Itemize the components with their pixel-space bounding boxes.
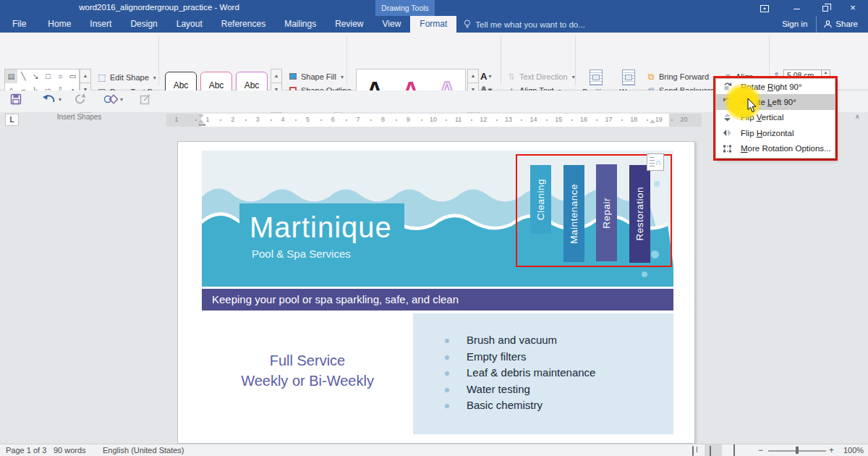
status-bar: Page 1 of 3 90 words English (United Sta… — [0, 444, 868, 456]
sign-in-button[interactable]: Sign in — [773, 16, 816, 33]
hruler-number: 11 — [453, 116, 464, 123]
rotate-left-icon — [723, 97, 732, 106]
redo-button — [75, 93, 86, 105]
service-bullet-item[interactable]: Brush and vacuum — [445, 332, 673, 349]
minimize-icon[interactable] — [786, 0, 807, 16]
hruler-number: 9 — [402, 116, 414, 123]
brand-subtitle[interactable]: Pool & Spa Services — [252, 248, 351, 260]
tell-me-label: Tell me what you want to do... — [475, 20, 585, 29]
tab-layout[interactable]: Layout — [167, 16, 212, 33]
tab-selector[interactable]: L — [5, 114, 19, 126]
more-rotation-options-icon — [723, 144, 732, 153]
tagline-band[interactable]: Keeping your pool or spa sparkling, safe… — [202, 289, 673, 311]
save-icon — [10, 93, 22, 105]
hruler-number: 18 — [628, 116, 639, 123]
group-label-insert-shapes: Insert Shapes — [0, 113, 158, 121]
right-indent-marker[interactable] — [650, 119, 655, 123]
service-heading[interactable]: Full Service Weekly or Bi-Weekly — [202, 350, 413, 391]
services-bullet-panel[interactable]: Brush and vacuumEmpty filtersLeaf & debr… — [413, 313, 673, 434]
shapes-dropdown-icon[interactable]: ▾ — [120, 96, 123, 103]
first-line-indent-marker[interactable] — [198, 114, 204, 118]
hanging-indent-marker[interactable] — [198, 119, 204, 123]
left-indent-marker[interactable] — [199, 124, 205, 127]
zoom-out-button[interactable]: − — [758, 445, 763, 455]
gallery-up-icon: ▲ — [80, 69, 91, 83]
hruler-number: 4 — [277, 116, 289, 123]
undo-dropdown-icon[interactable]: ▾ — [59, 96, 61, 103]
tab-design[interactable]: Design — [121, 16, 166, 33]
undo-button[interactable]: ▾ — [42, 93, 61, 105]
hruler-number: 14 — [528, 116, 540, 123]
save-button[interactable] — [10, 93, 22, 105]
bring-forward-button[interactable]: ⧉Bring Forward — [646, 70, 716, 83]
tab-format-active[interactable]: Format — [410, 16, 456, 33]
menu-item-flip-horizontal[interactable]: Flip Horizontal — [716, 125, 835, 140]
shape-gallery-icon[interactable]: ╲ — [17, 69, 30, 83]
tab-mailings[interactable]: Mailings — [275, 16, 326, 33]
zoom-in-button[interactable]: + — [829, 445, 834, 455]
document-page[interactable]: Martinique Pool & Spa Services Cleaning … — [177, 141, 695, 444]
share-button[interactable]: Share — [816, 16, 868, 33]
horizontal-ruler[interactable]: 1234567891011121314151617181920 1 — [166, 114, 702, 127]
text-fill-button[interactable]: A — [480, 69, 499, 83]
layout-options-button[interactable]: ∩ — [647, 153, 664, 171]
person-icon — [824, 20, 832, 28]
shape-fill-button[interactable]: Shape Fill — [288, 70, 344, 83]
tab-home[interactable]: Home — [38, 16, 80, 33]
collapse-ribbon-icon[interactable]: ∧ — [855, 113, 860, 120]
services-bullet-list: Brush and vacuumEmpty filtersLeaf & debr… — [413, 313, 673, 414]
shapes-button[interactable]: ▾ — [103, 93, 123, 105]
shape-gallery-icon[interactable]: ▤ — [5, 69, 17, 83]
menu-item-flip-vertical[interactable]: Flip Vertical — [716, 110, 835, 125]
hruler-number: 12 — [477, 116, 489, 123]
hruler-number: 5 — [302, 116, 314, 123]
print-layout-icon[interactable] — [708, 446, 718, 455]
hruler-number: 17 — [603, 116, 615, 123]
layout-options-icon: ∩ — [655, 155, 661, 169]
menu-item-rotate-left-90[interactable]: Rotate Left 90° — [716, 94, 835, 109]
tab-insert[interactable]: Insert — [80, 16, 121, 33]
zoom-slider-thumb[interactable] — [796, 447, 799, 454]
undo-icon — [42, 93, 56, 105]
tab-view[interactable]: View — [373, 16, 411, 33]
shape-gallery-icon[interactable]: □ — [42, 69, 54, 83]
shape-gallery-icon[interactable]: ○ — [54, 69, 67, 83]
edit-shape-button[interactable]: ⬚Edit Shape — [97, 71, 156, 84]
tab-review[interactable]: Review — [326, 16, 373, 33]
position-icon — [590, 69, 603, 85]
mouse-cursor — [747, 98, 757, 113]
edit-icon — [140, 93, 151, 105]
rotate-right-icon — [723, 82, 732, 91]
web-layout-icon[interactable] — [733, 446, 743, 455]
service-bullet-item[interactable]: Leaf & debris maintenance — [445, 365, 673, 381]
shape-gallery-icon[interactable]: ▭ — [67, 69, 79, 83]
ribbon-display-options-icon[interactable] — [754, 0, 775, 16]
drawing-tools-contextual-header: Drawing Tools — [375, 0, 435, 16]
page-indicator[interactable]: Page 1 of 3 — [6, 446, 46, 455]
rotate-dropdown-menu: Rotate Right 90° Rotate Left 90° Flip Ve… — [715, 78, 835, 159]
service-bullet-item[interactable]: Water testing — [445, 381, 673, 398]
service-bullet-item[interactable]: Empty filters — [445, 349, 673, 366]
service-bullet-item[interactable]: Basic chemistry — [445, 397, 673, 414]
menu-item-rotate-right-90[interactable]: Rotate Right 90° — [716, 79, 835, 94]
bring-forward-icon: ⧉ — [646, 72, 656, 82]
shape-gallery-icon[interactable]: ↘ — [30, 69, 42, 83]
close-icon[interactable]: × — [842, 0, 864, 16]
tell-me-box[interactable]: Tell me what you want to do... — [456, 16, 592, 33]
language-indicator[interactable]: English (United States) — [103, 446, 184, 455]
hruler-number: 13 — [503, 116, 514, 123]
menu-item-more-rotation-options[interactable]: More Rotation Options... — [716, 141, 835, 156]
flip-vertical-icon — [723, 113, 732, 122]
restore-icon[interactable] — [814, 0, 836, 16]
hruler-number: 10 — [427, 116, 439, 123]
word-count[interactable]: 90 words — [54, 446, 86, 455]
zoom-level[interactable]: 100% — [843, 446, 864, 455]
hruler-number: 16 — [578, 116, 590, 123]
read-mode-icon[interactable] — [692, 446, 702, 455]
edit-button — [140, 93, 151, 105]
bubble-decoration — [642, 271, 647, 277]
tab-file[interactable]: File — [0, 16, 38, 33]
hruler-number: 3 — [252, 116, 263, 123]
brand-title[interactable]: Martinique — [250, 211, 392, 244]
tab-references[interactable]: References — [212, 16, 275, 33]
